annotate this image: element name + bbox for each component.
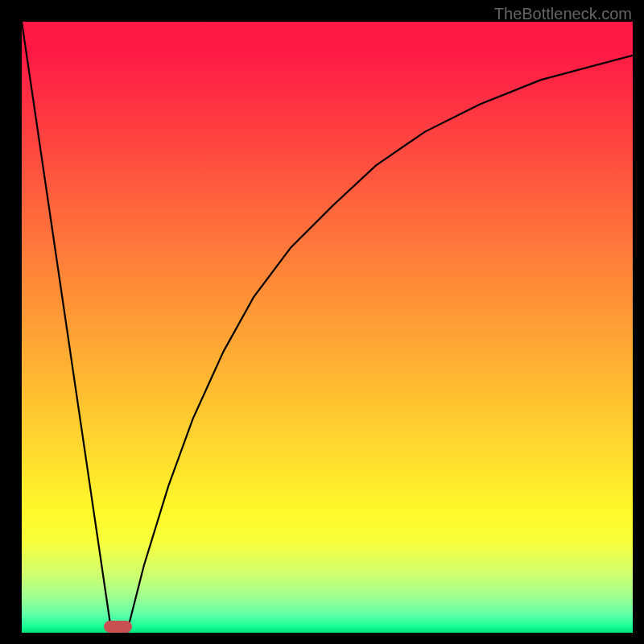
watermark-text: TheBottleneck.com — [494, 5, 632, 23]
chart-frame — [22, 22, 633, 633]
optimum-marker — [104, 621, 132, 633]
chart-curve-layer — [22, 22, 633, 633]
chart-curve-path — [22, 22, 633, 633]
